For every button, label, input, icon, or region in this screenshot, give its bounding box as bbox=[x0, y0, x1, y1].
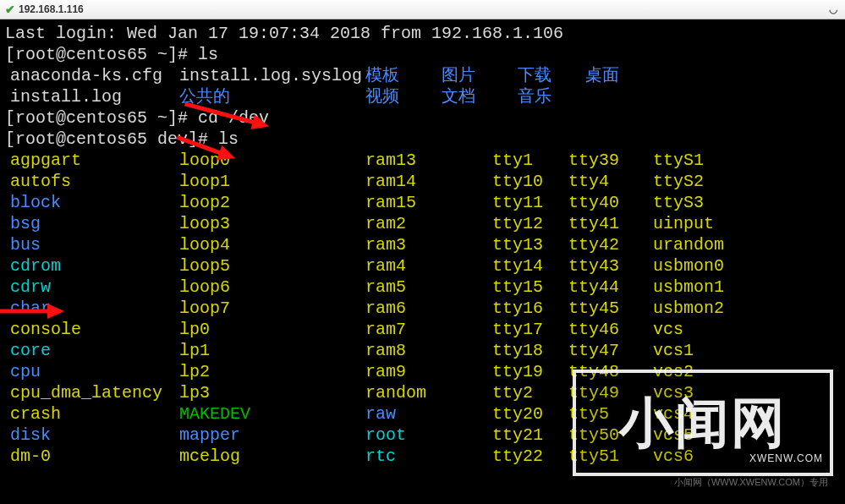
ls-entry: loop3 bbox=[179, 213, 230, 234]
ls-entry: tty13 bbox=[492, 234, 543, 255]
ls-entry: urandom bbox=[653, 234, 724, 255]
ls-entry: tty14 bbox=[492, 255, 543, 277]
ls-entry: tty41 bbox=[568, 213, 619, 234]
ls-entry: block bbox=[10, 192, 61, 213]
ls-entry: vcs5 bbox=[653, 425, 694, 446]
ls-entry: tty19 bbox=[492, 361, 543, 382]
terminal-line: consolelp0ram7tty17tty46vcs bbox=[5, 319, 840, 340]
ls-entry: 音乐 bbox=[518, 86, 551, 107]
ls-entry: lp2 bbox=[179, 361, 210, 382]
ls-entry: usbmon0 bbox=[653, 255, 724, 277]
terminal-line: install.log公共的视频文档音乐 bbox=[5, 86, 840, 107]
terminal-line: Last login: Wed Jan 17 19:07:34 2018 fro… bbox=[5, 23, 840, 44]
terminal-line: cpulp2ram9tty19tty48vcs2 bbox=[5, 361, 840, 382]
ls-entry: tty43 bbox=[568, 255, 619, 277]
ls-entry: dm-0 bbox=[10, 446, 51, 467]
ls-entry: install.log bbox=[10, 86, 122, 107]
terminal-line: corelp1ram8tty18tty47vcs1 bbox=[5, 340, 840, 361]
ls-entry: loop6 bbox=[179, 277, 230, 298]
ls-entry: 视频 bbox=[365, 86, 399, 107]
terminal-line: blockloop2ram15tty11tty40ttyS3 bbox=[5, 192, 840, 213]
ls-entry: ram9 bbox=[365, 361, 406, 382]
ls-entry: raw bbox=[365, 403, 396, 425]
ls-entry: ram8 bbox=[365, 340, 406, 361]
ls-entry: vcs2 bbox=[653, 361, 694, 382]
ls-entry: console bbox=[10, 319, 81, 340]
ls-entry: mcelog bbox=[179, 446, 240, 467]
terminal-line: cdromloop5ram4tty14tty43usbmon0 bbox=[5, 255, 840, 277]
ls-entry: tty2 bbox=[492, 382, 533, 403]
ls-entry: vcs bbox=[653, 319, 683, 340]
ls-entry: tty46 bbox=[568, 319, 619, 340]
ls-entry: ram13 bbox=[365, 150, 416, 171]
ls-entry: MAKEDEV bbox=[179, 403, 250, 425]
ls-entry: rtc bbox=[365, 446, 396, 467]
ls-entry: 图片 bbox=[442, 65, 475, 86]
terminal-line: [root@centos65 ~]# cd /dev bbox=[5, 107, 840, 129]
terminal-line: autofsloop1ram14tty10tty4ttyS2 bbox=[5, 171, 840, 192]
ls-entry: loop0 bbox=[179, 150, 230, 171]
ls-entry: 模板 bbox=[365, 65, 399, 86]
ls-entry: tty16 bbox=[492, 298, 543, 319]
ls-entry: ttyS2 bbox=[653, 171, 704, 192]
terminal-line: cpu_dma_latencylp3randomtty2tty49vcs3 bbox=[5, 382, 840, 403]
ls-entry: ram4 bbox=[365, 255, 406, 277]
ls-entry: tty12 bbox=[492, 213, 543, 234]
ls-entry: ram3 bbox=[365, 234, 406, 255]
ls-entry: crash bbox=[10, 403, 61, 425]
ls-entry: loop4 bbox=[179, 234, 230, 255]
ls-entry: tty1 bbox=[492, 150, 533, 171]
ls-entry: ram5 bbox=[365, 277, 406, 298]
ls-entry: cpu bbox=[10, 361, 41, 382]
minimize-icon[interactable]: ◡ bbox=[825, 3, 842, 15]
ls-entry: loop5 bbox=[179, 255, 230, 277]
ls-entry: root bbox=[365, 425, 406, 446]
ls-entry: ttyS3 bbox=[653, 192, 704, 213]
ls-entry: tty11 bbox=[492, 192, 543, 213]
ls-entry: tty40 bbox=[568, 192, 619, 213]
ls-entry: lp0 bbox=[179, 319, 210, 340]
terminal-line: cdrwloop6ram5tty15tty44usbmon1 bbox=[5, 277, 840, 298]
ls-entry: tty15 bbox=[492, 277, 543, 298]
terminal-line: [root@centos65 ~]# ls bbox=[5, 44, 840, 65]
ls-entry: usbmon1 bbox=[653, 277, 724, 298]
terminal-line: diskmapperroottty21tty50vcs5 bbox=[5, 425, 840, 446]
terminal[interactable]: Last login: Wed Jan 17 19:07:34 2018 fro… bbox=[0, 19, 845, 504]
terminal-line: [root@centos65 dev]# ls bbox=[5, 129, 840, 150]
ls-entry: 公共的 bbox=[179, 86, 230, 107]
ls-entry: mapper bbox=[179, 425, 240, 446]
ls-entry: tty39 bbox=[568, 150, 619, 171]
ls-entry: usbmon2 bbox=[653, 298, 724, 319]
ls-entry: ttyS1 bbox=[653, 150, 704, 171]
ls-entry: cdrw bbox=[10, 277, 51, 298]
ls-entry: tty42 bbox=[568, 234, 619, 255]
ls-entry: ram7 bbox=[365, 319, 406, 340]
ls-entry: loop2 bbox=[179, 192, 230, 213]
ls-entry: tty51 bbox=[568, 446, 619, 467]
ls-entry: ram2 bbox=[365, 213, 406, 234]
ls-entry: loop7 bbox=[179, 298, 230, 319]
ls-entry: 桌面 bbox=[585, 65, 619, 86]
ls-entry: tty5 bbox=[568, 403, 609, 425]
ls-entry: vcs3 bbox=[653, 382, 694, 403]
ls-entry: 下载 bbox=[518, 65, 551, 86]
title-host: 192.168.1.116 bbox=[19, 3, 84, 15]
terminal-line: busloop4ram3tty13tty42urandom bbox=[5, 234, 840, 255]
ls-entry: tty18 bbox=[492, 340, 543, 361]
ls-entry: tty17 bbox=[492, 319, 543, 340]
ls-entry: tty44 bbox=[568, 277, 619, 298]
ls-entry: vcs6 bbox=[653, 446, 694, 467]
ls-entry: tty10 bbox=[492, 171, 543, 192]
terminal-line: crashMAKEDEVrawtty20tty5vcs4 bbox=[5, 403, 840, 425]
ls-entry: random bbox=[365, 382, 426, 403]
terminal-line: anaconda-ks.cfginstall.log.syslog模板图片下载桌… bbox=[5, 65, 840, 86]
terminal-line: dm-0mcelogrtctty22tty51vcs6 bbox=[5, 446, 840, 467]
ls-entry: core bbox=[10, 340, 51, 361]
ls-entry: install.log.syslog bbox=[179, 65, 362, 86]
ls-entry: loop1 bbox=[179, 171, 230, 192]
ls-entry: tty48 bbox=[568, 361, 619, 382]
ls-entry: 文档 bbox=[442, 86, 475, 107]
ls-entry: tty50 bbox=[568, 425, 619, 446]
ls-entry: tty20 bbox=[492, 403, 543, 425]
ls-entry: bsg bbox=[10, 213, 41, 234]
